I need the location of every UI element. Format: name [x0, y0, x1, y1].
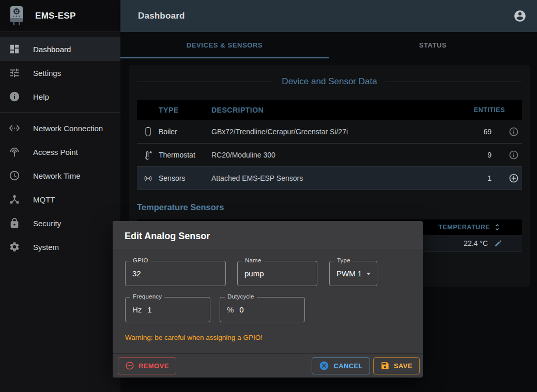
dialog-footer: REMOVE CANCEL SAVE — [113, 353, 423, 378]
tune-icon — [9, 67, 20, 79]
gpio-input[interactable] — [132, 269, 219, 278]
sidebar-item-label: Help — [33, 92, 49, 101]
frequency-unit: Hz — [132, 305, 142, 314]
info-outline-icon — [509, 127, 519, 137]
device-type: Boiler — [159, 128, 211, 136]
wifi-tethering-icon — [9, 146, 20, 158]
sidebar-item-settings[interactable]: Settings — [0, 61, 120, 85]
gear-icon — [9, 241, 20, 253]
info-icon — [9, 91, 20, 102]
thermostat-icon: A — [143, 150, 154, 161]
sidebar-item-network-time[interactable]: Network Time — [0, 164, 120, 187]
save-button[interactable]: SAVE — [373, 357, 420, 374]
dutycycle-input[interactable] — [239, 305, 298, 314]
device-description: Attached EMS-ESP Sensors — [211, 174, 455, 182]
edit-sensor-button[interactable] — [494, 239, 502, 247]
devices-section-title: Device and Sensor Data — [282, 76, 377, 87]
lock-icon — [9, 217, 20, 229]
dutycycle-unit: % — [227, 305, 234, 314]
cancel-button[interactable]: CANCEL — [312, 357, 370, 374]
ethernet-icon — [9, 122, 20, 134]
cancel-button-label: CANCEL — [333, 362, 363, 370]
devices-table: TYPE DESCRIPTION ENTITIES Boiler GBx72/T… — [137, 100, 522, 190]
add-sensor-button[interactable] — [509, 173, 519, 183]
heading-rule — [137, 82, 273, 82]
boiler-icon — [143, 127, 154, 137]
chevron-down-icon — [363, 269, 374, 279]
device-entities: 1 — [455, 174, 505, 182]
tab-status[interactable]: STATUS — [329, 32, 537, 58]
temperature-value: 22.4 °C — [464, 239, 488, 247]
sidebar-item-system[interactable]: System — [0, 235, 120, 259]
ems-esp-app: EMS-ESP Dashboard Settings Help Network … — [0, 0, 537, 392]
sidebar-item-security[interactable]: Security — [0, 211, 120, 235]
frequency-field: Frequency Hz — [125, 297, 210, 322]
column-entities: ENTITIES — [455, 106, 505, 114]
sidebar-nav: Dashboard Settings Help Network Connecti… — [0, 32, 120, 259]
name-label: Name — [242, 257, 264, 263]
sidebar-item-label: Dashboard — [33, 45, 71, 54]
tabbar: DEVICES & SENSORS STATUS — [120, 32, 537, 58]
dutycycle-label: Dutycycle — [225, 293, 257, 300]
sidebar-item-label: System — [33, 243, 59, 252]
sidebar: EMS-ESP Dashboard Settings Help Network … — [0, 0, 120, 392]
pencil-icon — [494, 239, 502, 247]
column-type: TYPE — [159, 106, 211, 114]
table-row-boiler[interactable]: Boiler GBx72/Trendline/Cerapur/Greenstar… — [137, 120, 522, 144]
sidebar-item-label: Access Point — [33, 148, 78, 156]
name-input[interactable] — [244, 269, 310, 278]
type-value: PWM 1 — [336, 269, 362, 278]
account-circle-icon — [513, 9, 527, 23]
edit-analog-sensor-dialog: Edit Analog Sensor GPIO Name Type PWM 1 … — [113, 221, 423, 378]
device-description: GBx72/Trendline/Cerapur/Greenstar Si/27i — [211, 128, 455, 136]
tab-devices-sensors[interactable]: DEVICES & SENSORS — [120, 32, 329, 58]
device-description: RC20/Moduline 300 — [211, 151, 455, 159]
type-select[interactable]: Type PWM 1 — [329, 261, 377, 286]
sidebar-item-label: Network Time — [33, 171, 81, 180]
app-title: EMS-ESP — [35, 11, 76, 21]
remove-button[interactable]: REMOVE — [118, 357, 176, 374]
section-heading: Device and Sensor Data — [137, 76, 522, 87]
remove-circle-icon — [125, 361, 134, 370]
table-row-sensors[interactable]: Sensors Attached EMS-ESP Sensors 1 — [137, 167, 522, 190]
temperature-section-title: Temperature Sensors — [137, 202, 224, 212]
dialog-title: Edit Analog Sensor — [113, 221, 423, 251]
save-button-label: SAVE — [394, 362, 412, 370]
remove-button-label: REMOVE — [139, 362, 169, 370]
sidebar-item-label: Security — [33, 219, 61, 228]
gpio-label: GPIO — [130, 257, 151, 263]
svg-text:A: A — [149, 150, 152, 154]
column-temperature: TEMPERATURE — [438, 224, 490, 231]
devices-table-header: TYPE DESCRIPTION ENTITIES — [137, 100, 522, 120]
account-button[interactable] — [513, 9, 528, 23]
cancel-icon — [319, 360, 329, 371]
table-row-thermostat[interactable]: A Thermostat RC20/Moduline 300 9 — [137, 144, 522, 167]
frequency-input[interactable] — [147, 305, 203, 314]
info-button[interactable] — [509, 127, 519, 137]
gpio-warning-text: Warning: be careful when assigning a GPI… — [125, 334, 263, 341]
sidebar-item-access-point[interactable]: Access Point — [0, 140, 120, 164]
add-circle-icon — [509, 173, 519, 183]
column-description: DESCRIPTION — [211, 106, 455, 114]
topbar: Dashboard — [120, 0, 537, 32]
page-title: Dashboard — [138, 11, 185, 21]
info-outline-icon — [509, 150, 519, 160]
dashboard-icon — [9, 43, 20, 55]
clock-icon — [9, 170, 20, 181]
device-type: Sensors — [159, 174, 211, 182]
info-button[interactable] — [509, 150, 519, 160]
heading-rule — [386, 82, 522, 82]
device-entities: 69 — [455, 128, 505, 136]
sidebar-item-label: Network Connection — [33, 124, 103, 133]
save-icon — [380, 361, 390, 370]
sidebar-item-mqtt[interactable]: MQTT — [0, 187, 120, 211]
sidebar-header: EMS-ESP — [0, 0, 120, 32]
sidebar-divider — [0, 112, 120, 113]
sidebar-item-network-connection[interactable]: Network Connection — [0, 116, 120, 140]
device-type: Thermostat — [159, 151, 211, 159]
gpio-field: GPIO — [125, 261, 226, 286]
ems-esp-logo-icon — [7, 5, 26, 27]
sidebar-item-dashboard[interactable]: Dashboard — [0, 37, 120, 61]
sidebar-item-help[interactable]: Help — [0, 85, 120, 108]
hub-icon — [9, 194, 20, 205]
